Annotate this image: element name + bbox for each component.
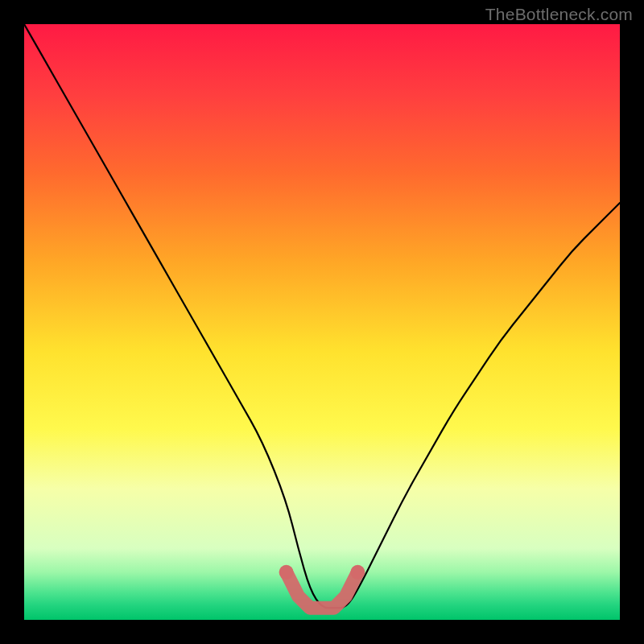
bottleneck-chart — [24, 24, 620, 620]
highlight-endpoint — [350, 565, 365, 580]
highlight-endpoint — [279, 565, 294, 580]
chart-stage: TheBottleneck.com — [0, 0, 644, 644]
watermark-text: TheBottleneck.com — [485, 5, 633, 24]
gradient-background — [24, 24, 620, 620]
plot-frame — [24, 24, 620, 620]
